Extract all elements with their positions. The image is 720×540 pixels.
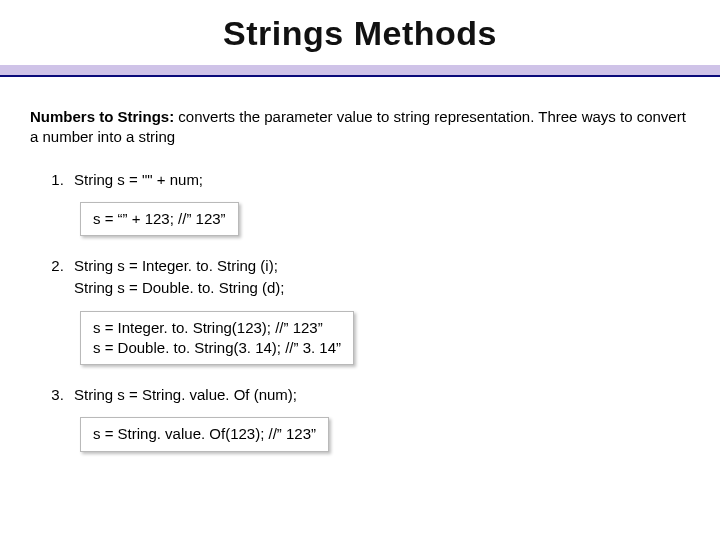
- step-2-line-1: String s = Integer. to. String (i);: [74, 256, 690, 276]
- step-3-lines: String s = String. value. Of (num);: [74, 385, 690, 405]
- steps-list: String s = "" + num; s = “” + 123; //” 1…: [68, 170, 690, 452]
- step-3-example: s = String. value. Of(123); //” 123”: [80, 417, 329, 451]
- step-2-line-2: String s = Double. to. String (d);: [74, 278, 690, 298]
- step-1-line-1: String s = "" + num;: [74, 170, 690, 190]
- slide-body: Numbers to Strings: converts the paramet…: [0, 83, 720, 452]
- step-2: String s = Integer. to. String (i); Stri…: [68, 256, 690, 365]
- step-2-example: s = Integer. to. String(123); //” 123” s…: [80, 311, 354, 366]
- step-1: String s = "" + num; s = “” + 123; //” 1…: [68, 170, 690, 237]
- step-1-example: s = “” + 123; //” 123”: [80, 202, 239, 236]
- step-2-lines: String s = Integer. to. String (i); Stri…: [74, 256, 690, 299]
- rule-blue-line: [0, 75, 720, 77]
- step-3: String s = String. value. Of (num); s = …: [68, 385, 690, 452]
- slide-title: Strings Methods: [0, 0, 720, 63]
- step-3-line-1: String s = String. value. Of (num);: [74, 385, 690, 405]
- rule-lavender-bar: [0, 65, 720, 75]
- step-1-lines: String s = "" + num;: [74, 170, 690, 190]
- intro-text: Numbers to Strings: converts the paramet…: [30, 107, 690, 148]
- slide: Strings Methods Numbers to Strings: conv…: [0, 0, 720, 540]
- title-rule: [0, 65, 720, 83]
- intro-lead: Numbers to Strings:: [30, 108, 174, 125]
